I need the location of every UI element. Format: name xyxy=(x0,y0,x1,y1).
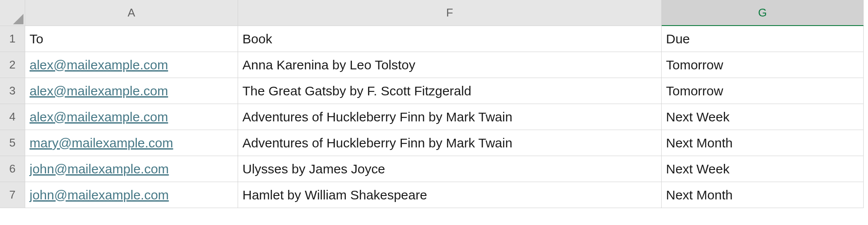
cell-a2[interactable]: alex@mailexample.com xyxy=(25,52,238,78)
cell-g1[interactable]: Due xyxy=(662,26,864,52)
row-header-4[interactable]: 4 xyxy=(0,104,25,130)
row-header-1[interactable]: 1 xyxy=(0,26,25,52)
cell-a3[interactable]: alex@mailexample.com xyxy=(25,78,238,104)
cell-f6[interactable]: Ulysses by James Joyce xyxy=(238,156,662,182)
cell-f3[interactable]: The Great Gatsby by F. Scott Fitzgerald xyxy=(238,78,662,104)
column-header-a[interactable]: A xyxy=(25,0,238,26)
cell-f1[interactable]: Book xyxy=(238,26,662,52)
cell-g4[interactable]: Next Week xyxy=(662,104,864,130)
row-header-7[interactable]: 7 xyxy=(0,182,25,208)
column-header-f[interactable]: F xyxy=(238,0,662,26)
cell-a6[interactable]: john@mailexample.com xyxy=(25,156,238,182)
cell-a7[interactable]: john@mailexample.com xyxy=(25,182,238,208)
cell-f2[interactable]: Anna Karenina by Leo Tolstoy xyxy=(238,52,662,78)
row-header-3[interactable]: 3 xyxy=(0,78,25,104)
cell-g3[interactable]: Tomorrow xyxy=(662,78,864,104)
cell-a4[interactable]: alex@mailexample.com xyxy=(25,104,238,130)
cell-g2[interactable]: Tomorrow xyxy=(662,52,864,78)
cell-f5[interactable]: Adventures of Huckleberry Finn by Mark T… xyxy=(238,130,662,156)
cell-a1[interactable]: To xyxy=(25,26,238,52)
row-header-5[interactable]: 5 xyxy=(0,130,25,156)
column-header-g[interactable]: G xyxy=(662,0,864,26)
cell-g6[interactable]: Next Week xyxy=(662,156,864,182)
row-header-2[interactable]: 2 xyxy=(0,52,25,78)
row-header-6[interactable]: 6 xyxy=(0,156,25,182)
cell-a5[interactable]: mary@mailexample.com xyxy=(25,130,238,156)
spreadsheet-grid[interactable]: A F G 1 To Book Due 2 alex@mailexample.c… xyxy=(0,0,868,208)
select-all-corner[interactable] xyxy=(0,0,25,26)
cell-g5[interactable]: Next Month xyxy=(662,130,864,156)
cell-f7[interactable]: Hamlet by William Shakespeare xyxy=(238,182,662,208)
cell-f4[interactable]: Adventures of Huckleberry Finn by Mark T… xyxy=(238,104,662,130)
cell-g7[interactable]: Next Month xyxy=(662,182,864,208)
